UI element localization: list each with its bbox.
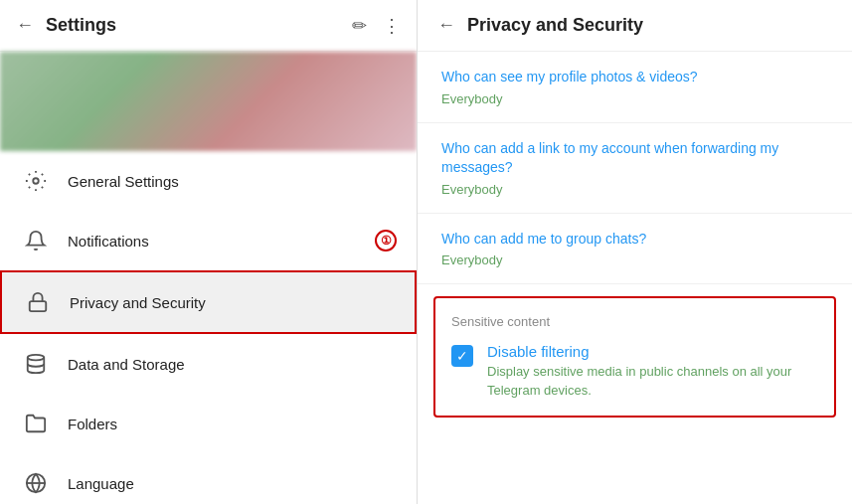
more-icon[interactable]: ⋮ bbox=[383, 15, 401, 37]
checkbox-checked-icon[interactable]: ✓ bbox=[451, 345, 473, 367]
privacy-item-groups[interactable]: Who can add me to group chats? Everybody bbox=[418, 214, 852, 285]
privacy-item-photos[interactable]: Who can see my profile photos & videos? … bbox=[418, 52, 852, 123]
privacy-question-3: Who can add me to group chats? bbox=[441, 230, 828, 250]
right-panel: ← Privacy and Security Who can see my pr… bbox=[418, 0, 852, 504]
disable-filtering-desc: Display sensitive media in public channe… bbox=[487, 363, 818, 399]
privacy-value-1: Everybody bbox=[441, 91, 828, 106]
privacy-question-2: Who can add a link to my account when fo… bbox=[441, 139, 828, 178]
edit-icon[interactable]: ✏ bbox=[352, 15, 367, 37]
sidebar-item-language[interactable]: Language bbox=[0, 453, 417, 504]
right-header: ← Privacy and Security bbox=[418, 0, 852, 52]
header-actions: ✏ ⋮ bbox=[352, 15, 401, 37]
general-label: General Settings bbox=[68, 173, 397, 190]
sensitive-text: Disable filtering Display sensitive medi… bbox=[487, 343, 818, 399]
settings-title: Settings bbox=[46, 15, 352, 36]
folders-label: Folders bbox=[68, 416, 397, 432]
folders-icon bbox=[20, 408, 52, 439]
right-content: Who can see my profile photos & videos? … bbox=[418, 52, 852, 504]
svg-rect-1 bbox=[30, 301, 47, 311]
sidebar-item-notifications[interactable]: Notifications ① bbox=[0, 211, 417, 270]
disable-filtering-label: Disable filtering bbox=[487, 343, 818, 360]
back-button[interactable]: ← bbox=[16, 15, 34, 36]
privacy-item-link[interactable]: Who can add a link to my account when fo… bbox=[418, 123, 852, 214]
privacy-label: Privacy and Security bbox=[70, 294, 395, 311]
right-back-button[interactable]: ← bbox=[437, 15, 455, 36]
sidebar-item-general[interactable]: General Settings bbox=[0, 151, 417, 211]
sidebar-item-data[interactable]: Data and Storage bbox=[0, 334, 417, 394]
menu-list: General Settings Notifications ① Privacy… bbox=[0, 151, 417, 504]
right-title: Privacy and Security bbox=[467, 15, 643, 36]
privacy-question-1: Who can see my profile photos & videos? bbox=[441, 68, 828, 87]
left-panel: ← Settings ✏ ⋮ General Settings bbox=[0, 0, 418, 504]
sidebar-item-folders[interactable]: Folders bbox=[0, 394, 417, 453]
data-label: Data and Storage bbox=[68, 356, 397, 373]
notifications-label: Notifications bbox=[68, 233, 375, 250]
language-icon bbox=[20, 467, 52, 499]
notifications-icon bbox=[20, 225, 52, 256]
privacy-value-2: Everybody bbox=[441, 182, 828, 197]
sensitive-content-section: Sensitive content ✓ Disable filtering Di… bbox=[433, 296, 836, 417]
svg-point-0 bbox=[33, 178, 39, 184]
privacy-value-3: Everybody bbox=[441, 252, 828, 267]
left-header: ← Settings ✏ ⋮ bbox=[0, 0, 417, 52]
profile-banner bbox=[0, 52, 417, 151]
sidebar-item-privacy[interactable]: Privacy and Security bbox=[0, 270, 417, 334]
disable-filtering-checkbox[interactable]: ✓ bbox=[451, 345, 473, 367]
general-icon bbox=[20, 165, 52, 197]
sensitive-row: ✓ Disable filtering Display sensitive me… bbox=[451, 343, 818, 399]
notifications-badge: ① bbox=[375, 230, 397, 252]
sensitive-title: Sensitive content bbox=[451, 314, 818, 329]
privacy-icon bbox=[22, 286, 54, 318]
svg-point-2 bbox=[28, 355, 45, 361]
data-icon bbox=[20, 348, 52, 380]
language-label: Language bbox=[68, 475, 397, 492]
